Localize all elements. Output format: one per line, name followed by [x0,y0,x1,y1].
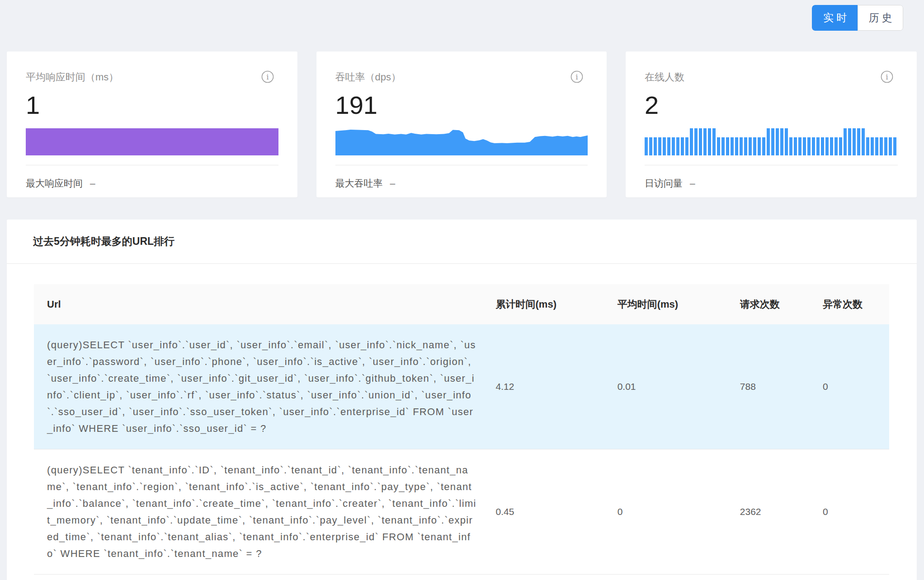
column-exception-count: 异常次数 [810,284,889,324]
card-title: 在线人数 [645,70,684,84]
card-footer-value: – [390,178,396,188]
svg-text:i: i [886,72,888,81]
card-footer-value: – [90,178,95,188]
exception-count-cell: 0 [810,324,889,449]
card-online-users: 在线人数 i 2 日访问量– [626,51,917,197]
card-avg-response-time: 平均响应时间（ms） i 1 最大响应时间– [7,51,297,197]
info-circle-icon[interactable]: i [881,70,893,83]
column-url: Url [34,284,483,324]
throughput-area-chart [335,128,588,155]
card-footer-label: 最大响应时间 [26,178,83,188]
column-average-time: 平均时间(ms) [604,284,727,324]
url-ranking-panel: 过去5分钟耗时最多的URL排行 Url 累计时间(ms) 平均时间(ms) 请求… [7,220,917,580]
request-count-cell: 2362 [727,449,810,575]
toggle-realtime-button[interactable]: 实时 [812,5,858,31]
card-value: 2 [645,92,898,119]
card-value: 191 [335,92,588,119]
average-time-cell: 0 [604,449,727,575]
cumulative-time-cell: 0.45 [483,449,604,575]
exception-count-cell: 0 [810,449,889,575]
svg-text:i: i [266,72,269,81]
card-footer-label: 日访问量 [645,178,683,188]
table-row[interactable]: (query)SELECT `tenant_info`.`ID`, `tenan… [34,449,889,575]
table-row[interactable]: (query)SELECT `user_info`.`user_id`, `us… [34,324,889,449]
time-mode-toggle: 实时 历史 [812,5,903,31]
panel-title: 过去5分钟耗时最多的URL排行 [33,234,174,248]
toggle-history-button[interactable]: 历史 [858,5,903,31]
card-footer-value: – [690,178,695,188]
column-request-count: 请求次数 [727,284,810,324]
card-footer-label: 最大吞吐率 [335,178,383,188]
info-circle-icon[interactable]: i [570,70,583,83]
table-header-row: Url 累计时间(ms) 平均时间(ms) 请求次数 异常次数 [34,284,889,324]
card-title: 吞吐率（dps） [335,70,401,84]
online-users-bar-chart [645,128,898,155]
request-count-cell: 788 [727,324,810,449]
cumulative-time-cell: 4.12 [483,324,604,449]
average-time-cell: 0.01 [604,324,727,449]
url-ranking-table: Url 累计时间(ms) 平均时间(ms) 请求次数 异常次数 (query)S… [34,284,889,575]
url-cell: (query)SELECT `tenant_info`.`ID`, `tenan… [47,462,477,562]
metric-cards: 平均响应时间（ms） i 1 最大响应时间– 吞吐率（dps） i 191 最大… [7,51,917,197]
info-circle-icon[interactable]: i [261,70,274,83]
card-title: 平均响应时间（ms） [26,70,118,84]
avg-response-bar-chart [26,128,278,155]
svg-text:i: i [575,72,578,81]
column-cumulative-time: 累计时间(ms) [483,284,604,324]
card-value: 1 [26,92,278,119]
card-throughput: 吞吐率（dps） i 191 最大吞吐率– [316,51,607,197]
url-cell: (query)SELECT `user_info`.`user_id`, `us… [47,337,477,437]
